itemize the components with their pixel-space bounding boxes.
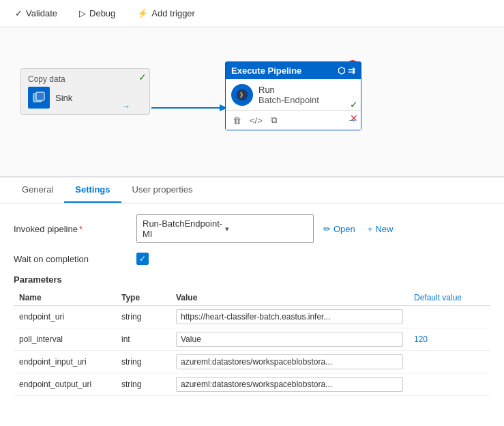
debug-button[interactable]: ▷ Debug xyxy=(75,5,119,21)
parameters-section: Parameters Name Type Value Default value… xyxy=(14,274,490,396)
param-value-input[interactable]: azureml:datastores/workspaceblobstora... xyxy=(176,354,403,369)
param-value-input[interactable]: azureml:datastores/workspaceblobstora... xyxy=(176,377,403,392)
col-header-type: Type xyxy=(116,290,171,306)
wait-completion-label: Wait on completion xyxy=(14,254,136,264)
add-trigger-label: Add trigger xyxy=(151,8,195,18)
execute-title: Execute Pipeline xyxy=(231,66,301,76)
expand-icon[interactable]: ⇉ xyxy=(348,66,355,76)
table-row: endpoint_input_uristringazureml:datastor… xyxy=(14,351,490,373)
execute-actions: 🗑 </> ⧉ → xyxy=(226,110,361,130)
param-name: endpoint_output_uri xyxy=(14,373,116,396)
param-value-cell: azureml:datastores/workspaceblobstora... xyxy=(171,373,409,396)
wait-completion-checkbox[interactable]: ✓ xyxy=(136,253,149,265)
external-link-icon[interactable]: ⬡ xyxy=(338,66,345,76)
param-type: string xyxy=(116,306,171,328)
tab-general[interactable]: General xyxy=(11,178,64,203)
copy-data-node[interactable]: Copy data Sink ✓ → xyxy=(20,68,150,115)
param-value-text: https://heart-classifer-batch.eastus.inf… xyxy=(181,312,398,322)
add-trigger-icon: ⚡ xyxy=(137,8,148,18)
param-value-input[interactable]: Value xyxy=(176,332,403,347)
execute-subtitle2: Batch-Endpoint xyxy=(258,95,319,105)
copy-node-arrow-down: → xyxy=(121,101,130,111)
pipeline-arrow xyxy=(151,101,228,117)
debug-label: Debug xyxy=(89,8,115,18)
copy-icon xyxy=(28,87,50,109)
param-default xyxy=(409,373,490,396)
param-name: endpoint_input_uri xyxy=(14,351,116,373)
arrow-svg xyxy=(151,101,228,115)
param-value-text: azureml:datastores/workspaceblobstora... xyxy=(181,357,398,367)
tab-user-properties[interactable]: User properties xyxy=(121,178,204,203)
toolbar: ✓ Validate ▷ Debug ⚡ Add trigger xyxy=(0,0,504,27)
copy-node-subtitle: Sink xyxy=(55,93,72,103)
execute-node-text: Run Batch-Endpoint xyxy=(258,85,319,105)
param-type: string xyxy=(116,351,171,373)
col-header-name: Name xyxy=(14,290,116,306)
table-row: endpoint_uristringhttps://heart-classife… xyxy=(14,306,490,328)
tab-settings[interactable]: Settings xyxy=(64,178,121,203)
execute-pipeline-node[interactable]: Execute Pipeline ⬡ ⇉ Run Batch-Endpoint … xyxy=(225,61,361,130)
validate-label: Validate xyxy=(26,8,57,18)
execute-error: ✕ xyxy=(350,113,358,124)
invoked-pipeline-row: Invoked pipeline* Run-BatchEndpoint-MI ▾… xyxy=(14,214,490,243)
copy-node-title: Copy data xyxy=(28,74,143,84)
invoked-pipeline-dropdown[interactable]: Run-BatchEndpoint-MI ▾ xyxy=(136,214,314,243)
validate-icon: ✓ xyxy=(15,8,23,18)
add-trigger-button[interactable]: ⚡ Add trigger xyxy=(133,5,199,21)
delete-node-button[interactable]: 🗑 xyxy=(230,114,244,127)
param-type: int xyxy=(116,328,171,351)
wait-completion-controls: ✓ xyxy=(136,253,490,265)
invoked-pipeline-label: Invoked pipeline* xyxy=(14,224,136,234)
pencil-icon: ✏ xyxy=(323,224,331,234)
execute-header-icons: ⬡ ⇉ xyxy=(338,66,355,76)
execute-body: Run Batch-Endpoint ✓ ✕ xyxy=(226,79,361,110)
code-node-button[interactable]: </> xyxy=(247,114,265,127)
param-value-input[interactable]: https://heart-classifer-batch.eastus.inf… xyxy=(176,309,403,324)
settings-panel: Invoked pipeline* Run-BatchEndpoint-MI ▾… xyxy=(0,203,504,407)
wait-on-completion-row: Wait on completion ✓ xyxy=(14,253,490,265)
open-label: Open xyxy=(333,224,355,234)
param-value-cell: https://heart-classifer-batch.eastus.inf… xyxy=(171,306,409,328)
parameters-table: Name Type Value Default value endpoint_u… xyxy=(14,290,490,396)
canvas-area: Copy data Sink ✓ → Execute Pipeline ⬡ xyxy=(0,27,504,178)
copy-node-button[interactable]: ⧉ xyxy=(268,113,280,127)
param-name: poll_interval xyxy=(14,328,116,351)
param-value-text: Value xyxy=(181,335,398,344)
execute-subtitle: Run xyxy=(258,85,319,95)
open-button[interactable]: ✏ Open xyxy=(321,223,358,236)
execute-header: Execute Pipeline ⬡ ⇉ xyxy=(226,62,361,79)
col-header-default: Default value xyxy=(409,290,490,306)
svg-rect-1 xyxy=(36,92,44,100)
param-value-cell: Value xyxy=(171,328,409,351)
param-default: 120 xyxy=(409,328,490,351)
execute-check: ✓ xyxy=(350,99,358,110)
new-label: New xyxy=(375,224,393,234)
dropdown-value: Run-BatchEndpoint-MI xyxy=(143,218,225,239)
param-default xyxy=(409,351,490,373)
execute-icon xyxy=(231,84,253,106)
chevron-down-icon: ▾ xyxy=(225,225,308,233)
col-header-value: Value xyxy=(171,290,409,306)
tabs: General Settings User properties xyxy=(0,178,504,203)
copy-node-check: ✓ xyxy=(138,72,147,83)
debug-icon: ▷ xyxy=(79,8,86,18)
param-name: endpoint_uri xyxy=(14,306,116,328)
new-button[interactable]: + New xyxy=(365,223,396,236)
plus-icon: + xyxy=(368,224,373,234)
param-type: string xyxy=(116,373,171,396)
table-row: poll_intervalintValue120 xyxy=(14,328,490,351)
validate-button[interactable]: ✓ Validate xyxy=(11,5,61,21)
parameters-title: Parameters xyxy=(14,274,490,285)
invoked-pipeline-controls: Run-BatchEndpoint-MI ▾ ✏ Open + New xyxy=(136,214,490,243)
param-value-cell: azureml:datastores/workspaceblobstora... xyxy=(171,351,409,373)
param-default xyxy=(409,306,490,328)
table-row: endpoint_output_uristringazureml:datasto… xyxy=(14,373,490,396)
param-value-text: azureml:datastores/workspaceblobstora... xyxy=(181,380,398,389)
